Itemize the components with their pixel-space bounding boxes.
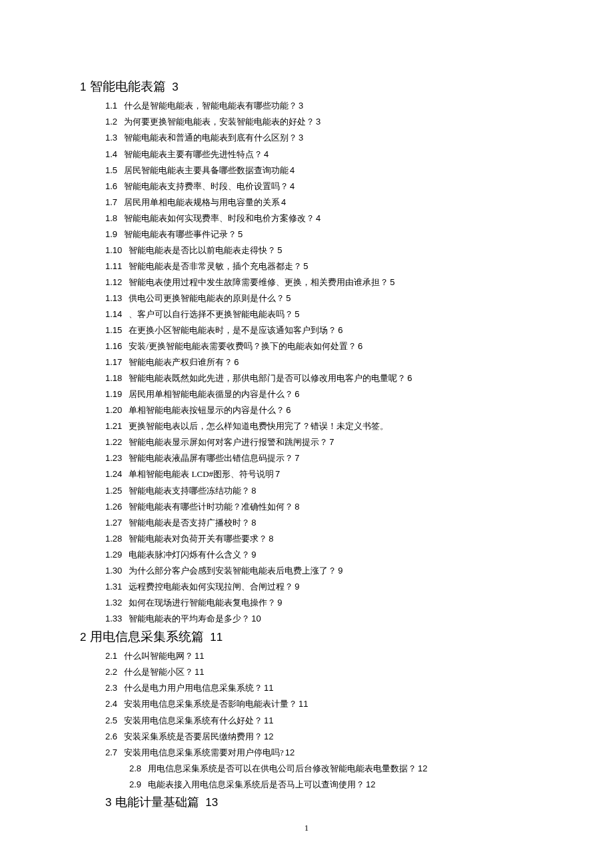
toc-item[interactable]: 1.21更换智能电表以后，怎么样知道电费快用完了？错误！未定义书签。 (80, 418, 533, 434)
toc-item[interactable]: 1.33智能电能表的平均寿命是多少？10 (80, 611, 533, 627)
toc-item[interactable]: 1.18智能电能表既然如此先进，那供电部门是否可以修改用电客户的电量呢？6 (80, 370, 533, 386)
toc-item-label: 智能电能表对负荷开关有哪些要求？ (129, 534, 267, 544)
toc-item[interactable]: 1.9智能电能表有哪些事件记录？5 (80, 226, 533, 242)
toc-item-num: 2.4 (105, 699, 117, 709)
toc-item-num: 1.29 (105, 550, 122, 560)
toc-item-label: 、客户可以自行选择不更换智能电能表吗？ (129, 309, 293, 319)
toc-item[interactable]: 1.25智能电能表支持哪些冻结功能？8 (80, 483, 533, 499)
toc-item-label: 智能电能表和普通的电能表到底有什么区别？ (124, 133, 297, 143)
toc-item-label: 什么是电力用户用电信息采集系统？ (124, 683, 263, 693)
toc-item[interactable]: 1.13供电公司更换智能电能表的原则是什么？5 (80, 290, 533, 306)
toc-item[interactable]: 2.6安装采集系统是否要居民缴纳费用？12 (80, 729, 533, 745)
toc-item-num: 1.10 (105, 245, 122, 255)
toc-item[interactable]: 2.4安装用电信息采集系统是否影响电能表计量？11 (80, 696, 533, 712)
toc-item[interactable]: 2.8用电信息采集系统是否可以在供电公司后台修改智能电能表电量数据？12 (80, 761, 533, 777)
toc-item-num: 2.5 (105, 715, 117, 725)
toc-item-page-ref: 9 (338, 566, 342, 576)
toc-item[interactable]: 1.19居民用单相智能电能表循显的内容是什么？6 (80, 386, 533, 402)
toc-item-label: 安装用电信息采集系统是否影响电能表计量？ (124, 699, 297, 709)
toc-item-label: 智能电能表既然如此先进，那供电部门是否可以修改用电客户的电量呢？ (129, 373, 406, 383)
toc-item[interactable]: 1.23智能电能表液晶屏有哪些出错信息码提示？7 (80, 450, 533, 466)
toc-item[interactable]: 1.28智能电能表对负荷开关有哪些要求？8 (80, 531, 533, 547)
toc-item-num: 2.3 (105, 683, 117, 693)
toc-item-label: 居民智能电能表主要具备哪些数据查询功能 (124, 165, 289, 175)
toc-item-num: 1.18 (105, 373, 122, 383)
toc-item[interactable]: 1.1什么是智能电能表，智能电能表有哪些功能？3 (80, 98, 533, 114)
section-title-1[interactable]: 1智能电能表篇 3 (80, 77, 533, 97)
toc-item[interactable]: 1.4智能电能表主要有哪些先进性特点？4 (80, 147, 533, 163)
toc-item[interactable]: 1.32如何在现场进行智能电能表复电操作？9 (80, 595, 533, 611)
toc-item-label: 智能电表使用过程中发生故障需要维修、更换，相关费用由谁承担？ (129, 277, 388, 287)
toc-item[interactable]: 1.10智能电能表是否比以前电能表走得快？5 (80, 242, 533, 258)
toc-item[interactable]: 1.2为何要更换智能电能表，安装智能电能表的好处？3 (80, 114, 533, 130)
toc-item-num: 1.15 (105, 325, 122, 335)
toc-item-page-ref: 8 (251, 486, 256, 496)
toc-item[interactable]: 1.20单相智能电能表按钮显示的内容是什么？6 (80, 402, 533, 418)
toc-item-page-ref: 7 (329, 437, 334, 447)
toc-item[interactable]: 1.6智能电能表支持费率、时段、电价设置吗？4 (80, 179, 533, 195)
toc-item[interactable]: 1.24单相智能电能表 LCD#图形、符号说明7 (80, 466, 533, 482)
toc-item[interactable]: 1.30为什么部分客户会感到安装智能电能表后电费上涨了？9 (80, 563, 533, 579)
toc-item[interactable]: 2.9电能表接入用电信息采集系统后是否马上可以查询使用？12 (80, 777, 533, 793)
toc-item-label: 安装/更换智能电能表需要收费吗？换下的电能表如何处置？ (129, 341, 356, 351)
toc-item[interactable]: 2.2什么是智能小区？11 (80, 664, 533, 680)
toc-item[interactable]: 1.17智能电能表产权归谁所有？6 (80, 354, 533, 370)
toc-item-label: 单相智能电能表 LCD#图形、符号说明 (129, 469, 274, 479)
toc-item-page-ref: 5 (295, 309, 299, 319)
toc-item-num: 2.2 (105, 667, 117, 677)
toc-item-label: 居民用单相智能电能表循显的内容是什么？ (129, 389, 293, 399)
toc-item-label: 远程费控电能表如何实现拉闸、合闸过程？ (129, 582, 293, 592)
toc-item-label: 智能电能表有哪些事件记录？ (124, 229, 237, 239)
toc-item-label: 为什么部分客户会感到安装智能电能表后电费上涨了？ (129, 566, 336, 576)
section-title-2[interactable]: 2用电信息采集系统篇 11 (80, 627, 533, 647)
toc-item-num: 1.17 (105, 357, 122, 367)
section-page-ref: 11 (207, 631, 223, 644)
toc-item-page-ref: 3 (299, 101, 303, 111)
toc-item-num: 1.26 (105, 502, 122, 512)
toc-item[interactable]: 1.15在更换小区智能电能表时，是不是应该通知客户到场？6 (80, 322, 533, 338)
section-title-3[interactable]: 3电能计量基础篇 13 (80, 793, 533, 812)
toc-item-num: 1.33 (105, 614, 122, 624)
toc-item-label: 智能电能表显示屏如何对客户进行报警和跳闸提示？ (129, 437, 328, 447)
toc-item-page-ref: 11 (299, 699, 308, 709)
toc-item-num: 1.4 (105, 149, 117, 159)
toc-item-label: 用电信息采集系统是否可以在供电公司后台修改智能电能表电量数据？ (148, 763, 416, 773)
toc-item[interactable]: 1.27智能电能表是否支持广播校时？8 (80, 515, 533, 531)
toc-item[interactable]: 1.16安装/更换智能电能表需要收费吗？换下的电能表如何处置？6 (80, 338, 533, 354)
toc-item[interactable]: 1.22智能电能表显示屏如何对客户进行报警和跳闸提示？7 (80, 434, 533, 450)
toc-item[interactable]: 1.3智能电能表和普通的电能表到底有什么区别？3 (80, 130, 533, 146)
toc-item[interactable]: 2.5安装用电信息采集系统有什么好处？11 (80, 713, 533, 729)
toc-item-num: 2.6 (105, 731, 117, 741)
toc-item-page-ref: 11 (264, 683, 273, 693)
toc-item[interactable]: 2.1什么叫智能电网？11 (80, 648, 533, 664)
toc-item-label: 什么是智能电能表，智能电能表有哪些功能？ (124, 101, 297, 111)
toc-item-page-ref: 9 (295, 582, 299, 592)
toc-item-page-ref: 4 (290, 165, 295, 175)
toc-item[interactable]: 1.8智能电能表如何实现费率、时段和电价方案修改？4 (80, 211, 533, 226)
toc-item[interactable]: 1.14、客户可以自行选择不更换智能电能表吗？5 (80, 306, 533, 322)
toc-item[interactable]: 1.7居民用单相电能表规格与用电容量的关系4 (80, 195, 533, 211)
toc-item-label: 安装采集系统是否要居民缴纳费用？ (124, 731, 263, 741)
toc-item-num: 1.19 (105, 389, 122, 399)
toc-item-label: 更换智能电表以后，怎么样知道电费快用完了？错误！未定义书签。 (129, 421, 388, 431)
toc-item[interactable]: 2.3什么是电力用户用电信息采集系统？11 (80, 680, 533, 696)
toc-item-page-ref: 5 (238, 229, 243, 239)
toc-item[interactable]: 1.31远程费控电能表如何实现拉闸、合闸过程？9 (80, 579, 533, 595)
section-page-ref: 13 (202, 796, 218, 809)
toc-item-page-ref: 5 (303, 261, 308, 271)
toc-item-page-ref: 11 (264, 715, 273, 725)
toc-item[interactable]: 1.12智能电表使用过程中发生故障需要维修、更换，相关费用由谁承担？5 (80, 274, 533, 290)
toc-item[interactable]: 1.26智能电能表有哪些计时功能？准确性如何？8 (80, 499, 533, 515)
toc-item-label: 安装用电信息采集系统需要对用户停电吗? (124, 747, 284, 757)
toc-item-page-ref: 12 (366, 779, 375, 789)
section-page-ref: 3 (169, 81, 178, 93)
toc-item[interactable]: 1.29电能表脉冲灯闪烁有什么含义？9 (80, 547, 533, 563)
toc-item-page-ref: 10 (251, 614, 261, 624)
toc-item-num: 1.9 (105, 229, 117, 239)
toc-item[interactable]: 2.7安装用电信息采集系统需要对用户停电吗?12 (80, 745, 533, 761)
toc-item-label: 智能电能表如何实现费率、时段和电价方案修改？ (124, 213, 314, 223)
toc-item-num: 1.6 (105, 181, 117, 191)
toc-item[interactable]: 1.5居民智能电能表主要具备哪些数据查询功能4 (80, 163, 533, 179)
toc-item-num: 1.21 (105, 421, 122, 431)
toc-item[interactable]: 1.11智能电能表是否非常灵敏，插个充电器都走？5 (80, 258, 533, 274)
